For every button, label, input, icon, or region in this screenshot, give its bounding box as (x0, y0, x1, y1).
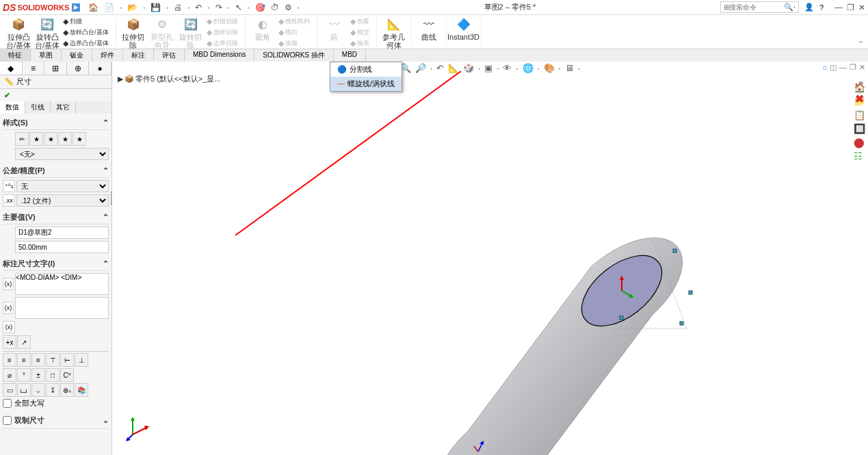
section-icon[interactable]: 📐 (448, 63, 459, 73)
view-palette-icon[interactable]: 🔲 (854, 123, 865, 134)
prev-view-icon[interactable]: ↶ (436, 63, 444, 73)
sym-more[interactable]: Cº (60, 368, 74, 382)
open-icon[interactable]: 📂 (127, 3, 137, 12)
align-c[interactable]: ≡ (17, 353, 31, 367)
ribbon-small-button[interactable]: ◆ 扫描 (60, 16, 111, 27)
style-btn-5[interactable]: ★ (73, 132, 86, 146)
fm-tab[interactable]: ● (89, 62, 111, 75)
command-tab[interactable]: 钣金 (62, 49, 92, 62)
render-icon[interactable]: 🖥 (565, 63, 574, 73)
dropdown-item-split[interactable]: 🔵分割线 (330, 62, 402, 77)
collapse-icon[interactable]: ⌄ (103, 416, 109, 425)
command-tab[interactable]: 焊件 (92, 49, 123, 62)
close-button[interactable]: ✕ (858, 3, 865, 12)
view-triad[interactable] (126, 414, 153, 441)
ribbon-small-button[interactable]: ◆ 边界凸台/基体 (60, 38, 111, 49)
search-box[interactable]: ⊞ 🔍· (720, 1, 799, 13)
pm-tab[interactable]: 数值 (0, 101, 25, 114)
zoom-area-icon[interactable]: 🔎 (415, 63, 426, 73)
command-tab[interactable]: 草图 (31, 49, 62, 62)
sym-cs[interactable]: ⌵ (31, 383, 45, 397)
title-arrow-icon[interactable]: ▶ (72, 3, 80, 12)
just-btn-2[interactable]: ↗ (17, 335, 31, 349)
pm-tab[interactable]: 引线 (25, 101, 51, 114)
search-go-icon[interactable]: 🔍 (784, 3, 793, 12)
print-icon[interactable]: 🖨 (174, 3, 182, 12)
options-icon[interactable]: ⚙ (285, 3, 292, 12)
prec-select[interactable]: .12 (文件) (16, 194, 109, 207)
redo-icon[interactable]: ↷ (215, 3, 222, 12)
sym-deg[interactable]: ° (17, 368, 31, 382)
viewport[interactable]: ⌂ ◫ — ❐ ✕ 🔍 🔎· ↶ 📐 🎲· ▣· 👁· 🌐· 🎨· 🖥· 🔵分割… (112, 62, 868, 455)
display-style-icon[interactable]: ▣ (484, 63, 492, 73)
scene-icon[interactable]: 🌐 (523, 63, 534, 73)
vp-min-icon[interactable]: — (839, 63, 847, 72)
search-input[interactable] (729, 3, 784, 11)
command-tab[interactable]: 特征 (0, 49, 31, 62)
ribbon-button[interactable]: 📦拉伸切除 (120, 16, 146, 49)
command-tab[interactable]: SOLIDWORKS 插件 (254, 49, 334, 62)
style-btn-2[interactable]: ★ (29, 132, 43, 146)
sym-pm[interactable]: ± (31, 368, 45, 382)
minimize-button[interactable]: — (834, 3, 843, 12)
sym-tol[interactable]: ⊕ₓ (60, 383, 74, 397)
sym-cb[interactable]: ⌴ (17, 383, 31, 397)
vp-max-icon[interactable]: ❐ (850, 63, 856, 72)
clock-icon[interactable]: ⏱ (271, 3, 279, 12)
vp-home-icon[interactable]: ⌂ (822, 63, 827, 72)
hide-show-icon[interactable]: 👁 (503, 63, 512, 73)
command-tab[interactable]: MBD (334, 49, 366, 62)
sketch-cancel-icon[interactable]: ✖ (855, 92, 864, 105)
align-t[interactable]: ⊤ (46, 353, 60, 367)
command-tab[interactable]: 评估 (154, 49, 185, 62)
rebuild-icon[interactable]: 🎯 (255, 3, 265, 12)
restore-button[interactable]: ❐ (847, 3, 854, 12)
style-btn-4[interactable]: ★ (58, 132, 72, 146)
fm-tab[interactable]: ⊕ (67, 62, 90, 75)
just-btn-1[interactable]: +x (3, 335, 16, 349)
collapse-icon[interactable]: ⌃ (103, 166, 109, 175)
dropdown-item-helix[interactable]: 〰螺旋线/涡状线 (330, 77, 402, 91)
new-icon[interactable]: 📄 (104, 3, 114, 12)
ribbon-button[interactable]: 🔄旋转凸台/基体 (34, 16, 60, 49)
fm-tab[interactable]: ⊞ (44, 62, 67, 75)
help-icon[interactable]: ? (819, 3, 824, 12)
dim-value-input[interactable] (15, 241, 109, 253)
ribbon-button[interactable]: 〰曲线 (416, 16, 442, 41)
pm-ok-button[interactable]: ✔ (4, 91, 10, 100)
ribbon-collapse-icon[interactable]: ⌃ (858, 40, 864, 49)
align-m[interactable]: ⊢ (60, 353, 74, 367)
style-btn-3[interactable]: ★ (44, 132, 57, 146)
breadcrumb-arrow-icon[interactable]: ▶ (118, 75, 123, 83)
user-icon[interactable]: 👤 (804, 3, 814, 12)
dim-name-input[interactable] (15, 226, 109, 239)
breadcrumb[interactable]: ▶ 📦 零件5 (默认<<默认>_显... (118, 74, 220, 84)
command-tab[interactable]: MBD Dimensions (185, 49, 254, 62)
sym-dp[interactable]: ↧ (46, 383, 60, 397)
style-btn-1[interactable]: ✏ (15, 132, 29, 146)
select-icon[interactable]: ↖ (235, 3, 242, 12)
custom-props-icon[interactable]: ☷ (854, 151, 865, 161)
ribbon-small-button[interactable]: ◆ 放样凸台/基体 (60, 27, 111, 38)
text-icon-1[interactable]: (x) (3, 278, 14, 290)
fm-tab[interactable]: ◆ (0, 62, 23, 75)
undo-icon[interactable]: ↶ (195, 3, 202, 12)
sym-box[interactable]: ▭ (3, 383, 16, 397)
sym-lib[interactable]: 📚 (75, 383, 88, 397)
appearance-icon[interactable]: 🎨 (544, 63, 555, 73)
text-icon-3[interactable]: (x) (3, 321, 15, 333)
vp-tile-icon[interactable]: ◫ (830, 63, 837, 72)
tol-select[interactable]: 无 (16, 180, 109, 192)
collapse-icon[interactable]: ⌃ (103, 259, 109, 268)
collapse-icon[interactable]: ⌃ (103, 118, 109, 127)
sym-sq[interactable]: □ (46, 368, 60, 382)
collapse-icon[interactable]: ⌃ (103, 213, 109, 222)
text-icon-2[interactable]: (x) (3, 302, 14, 314)
dim-text-1[interactable]: <MOD-DIAM> <DIM> (15, 273, 109, 295)
sym-diam[interactable]: ⌀ (3, 368, 16, 382)
appearances-icon[interactable]: ⬤ (854, 137, 865, 148)
ribbon-button[interactable]: 📦拉伸凸台/基体 (5, 16, 31, 49)
view-orient-icon[interactable]: 🎲 (463, 63, 474, 73)
allcaps-check[interactable]: 全部大写 (3, 398, 109, 408)
pm-tab[interactable]: 其它 (51, 101, 76, 114)
